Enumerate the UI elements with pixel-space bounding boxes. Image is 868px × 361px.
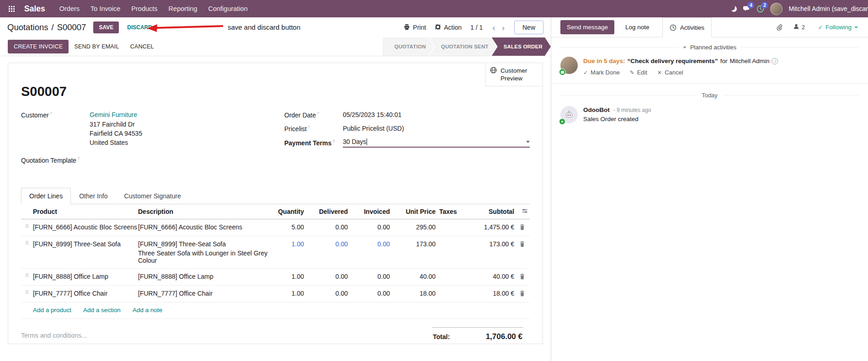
- quantity-cell[interactable]: 1.00: [275, 273, 304, 280]
- unit-price-cell[interactable]: 40.00: [390, 273, 436, 280]
- breadcrumb-parent[interactable]: Quotations: [7, 22, 48, 32]
- pager-next-icon[interactable]: ›: [501, 23, 506, 32]
- activities-tab[interactable]: Activities: [662, 17, 712, 37]
- tab-customer-signature[interactable]: Customer Signature: [116, 188, 189, 204]
- menu-reporting[interactable]: Reporting: [163, 0, 203, 17]
- delete-row-icon[interactable]: [514, 240, 530, 249]
- delivered-cell[interactable]: 0.00: [304, 223, 348, 231]
- save-button[interactable]: SAVE: [93, 21, 119, 33]
- customer-link[interactable]: Gemini Furniture: [90, 111, 137, 118]
- menu-configuration[interactable]: Configuration: [202, 0, 253, 17]
- status-step-quotation-sent[interactable]: QUOTATION SENT: [429, 37, 497, 56]
- app-name[interactable]: Sales: [21, 0, 48, 17]
- product-cell[interactable]: [FURN_7777] Office Chair: [33, 290, 138, 297]
- invoiced-cell[interactable]: 0.00: [348, 290, 390, 297]
- apps-grid-icon[interactable]: [5, 0, 18, 17]
- order-lines-footer: Add a product Add a section Add a note: [21, 303, 530, 319]
- quantity-cell[interactable]: 1.00: [275, 240, 304, 248]
- description-cell[interactable]: [FURN_8888] Office Lamp: [138, 273, 275, 280]
- drag-handle-icon[interactable]: ⠿: [21, 223, 33, 229]
- tab-order-lines[interactable]: Order Lines: [21, 188, 71, 204]
- send-message-button[interactable]: Send message: [560, 20, 614, 34]
- delete-row-icon[interactable]: [514, 290, 530, 298]
- order-line-row[interactable]: ⠿[FURN_8999] Three-Seat Sofa[FURN_8999] …: [21, 236, 530, 269]
- activity-info-icon[interactable]: i: [772, 58, 778, 64]
- new-button[interactable]: New: [514, 21, 543, 34]
- action-menu-button[interactable]: Action: [435, 24, 462, 32]
- payment-terms-input[interactable]: 30 Days: [343, 138, 530, 148]
- cancel-activity-button[interactable]: ✕Cancel: [657, 69, 683, 76]
- pencil-icon: ✎: [630, 69, 634, 76]
- quantity-cell[interactable]: 5.00: [275, 223, 304, 231]
- pager-previous-icon[interactable]: ‹: [491, 23, 496, 32]
- product-cell[interactable]: [FURN_6666] Acoustic Bloc Screens: [33, 223, 138, 231]
- following-button[interactable]: ✓ Following: [815, 23, 861, 31]
- invoiced-cell[interactable]: 0.00: [348, 273, 390, 280]
- attachments-paperclip-icon[interactable]: [776, 24, 783, 31]
- followers-button[interactable]: 2: [790, 23, 808, 32]
- quantity-cell[interactable]: 1.00: [275, 290, 304, 297]
- add-note-link[interactable]: Add a note: [133, 307, 162, 313]
- gear-icon: [435, 24, 441, 32]
- tab-other-info[interactable]: Other Info: [71, 188, 116, 204]
- menu-to-invoice[interactable]: To Invoice: [85, 0, 126, 17]
- print-button[interactable]: Print: [404, 24, 426, 32]
- unit-price-cell[interactable]: 295.00: [390, 223, 436, 231]
- invoiced-cell[interactable]: 0.00: [348, 240, 390, 248]
- menu-orders[interactable]: Orders: [54, 0, 85, 17]
- odoobot-heart-badge-icon: ♥: [559, 118, 565, 125]
- add-section-link[interactable]: Add a section: [83, 307, 121, 313]
- activities-clock-icon[interactable]: 2: [756, 5, 764, 13]
- user-name[interactable]: Mitchell Admin (save_discar: [788, 5, 868, 12]
- total-value: 1,706.00 €: [486, 332, 522, 341]
- delivered-cell[interactable]: 0.00: [304, 273, 348, 280]
- planned-activities-header[interactable]: Planned activities: [560, 44, 859, 51]
- description-cell[interactable]: [FURN_7777] Office Chair: [138, 290, 275, 297]
- messages-icon[interactable]: 4: [743, 5, 751, 12]
- order-date-field[interactable]: 05/25/2023 15:40:01: [343, 111, 530, 118]
- pricelist-field[interactable]: Public Pricelist (USD): [343, 125, 530, 132]
- dropdown-caret-icon[interactable]: [526, 141, 530, 143]
- unit-price-cell[interactable]: 173.00: [390, 240, 436, 248]
- product-cell[interactable]: [FURN_8999] Three-Seat Sofa: [33, 240, 138, 248]
- discard-button[interactable]: DISCARD: [122, 21, 157, 33]
- unit-price-cell[interactable]: 18.00: [390, 290, 436, 297]
- x-icon: ✕: [657, 69, 662, 76]
- edit-activity-button[interactable]: ✎Edit: [630, 69, 647, 76]
- drag-handle-icon[interactable]: ⠿: [21, 240, 33, 246]
- cancel-button[interactable]: CANCEL: [125, 40, 160, 53]
- menu-products[interactable]: Products: [126, 0, 163, 17]
- column-product: Product: [33, 208, 138, 215]
- add-product-link[interactable]: Add a product: [33, 307, 71, 313]
- optional-columns-icon[interactable]: [514, 208, 530, 215]
- delete-row-icon[interactable]: [514, 223, 530, 232]
- description-cell[interactable]: [FURN_8999] Three-Seat SofaThree Seater …: [138, 240, 275, 264]
- drag-handle-icon[interactable]: ⠿: [21, 273, 33, 279]
- terms-and-conditions-field[interactable]: Terms and conditions...: [21, 325, 87, 339]
- delivered-cell[interactable]: 0.00: [304, 290, 348, 297]
- status-step-quotation[interactable]: QUOTATION: [383, 37, 434, 56]
- user-avatar[interactable]: [770, 3, 783, 15]
- status-step-sales-order[interactable]: SALES ORDER: [492, 37, 551, 56]
- invoiced-cell[interactable]: 0.00: [348, 223, 390, 231]
- dark-mode-moon-icon[interactable]: [731, 6, 737, 12]
- create-invoice-button[interactable]: CREATE INVOICE: [8, 40, 69, 53]
- order-line-row[interactable]: ⠿[FURN_6666] Acoustic Bloc Screens[FURN_…: [21, 219, 530, 236]
- mark-done-button[interactable]: ✓Mark Done: [583, 69, 620, 76]
- log-note-button[interactable]: Log note: [623, 23, 652, 31]
- send-by-email-button[interactable]: SEND BY EMAIL: [69, 40, 124, 53]
- activity-avatar[interactable]: [560, 57, 578, 74]
- order-line-row[interactable]: ⠿[FURN_8888] Office Lamp[FURN_8888] Offi…: [21, 269, 530, 286]
- delete-row-icon[interactable]: [514, 273, 530, 281]
- subtotal-cell: 173.00 €: [470, 240, 514, 248]
- drag-handle-icon[interactable]: ⠿: [21, 290, 33, 296]
- order-line-row[interactable]: ⠿[FURN_7777] Office Chair[FURN_7777] Off…: [21, 286, 530, 303]
- customer-preview-button[interactable]: Customer Preview: [485, 63, 543, 86]
- description-cell[interactable]: [FURN_6666] Acoustic Bloc Screens: [138, 223, 275, 231]
- column-description: Description: [138, 208, 275, 215]
- message-author[interactable]: OdooBot: [583, 106, 610, 113]
- delivered-cell[interactable]: 0.00: [304, 240, 348, 248]
- odoobot-avatar[interactable]: ♥: [560, 106, 578, 123]
- text-cursor: [367, 138, 367, 145]
- product-cell[interactable]: [FURN_8888] Office Lamp: [33, 273, 138, 280]
